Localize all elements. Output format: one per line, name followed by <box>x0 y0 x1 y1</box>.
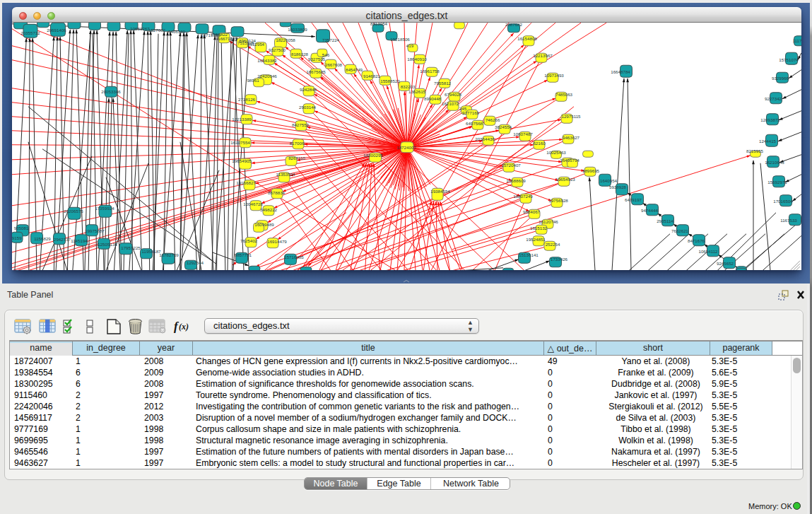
svg-text:16107554: 16107554 <box>230 139 250 144</box>
svg-text:17957225: 17957225 <box>121 245 141 250</box>
svg-text:(x): (x) <box>179 322 189 332</box>
svg-text:9327505: 9327505 <box>308 56 326 61</box>
svg-text:1527602: 1527602 <box>148 27 166 32</box>
svg-text:2935114: 2935114 <box>657 218 673 223</box>
svg-text:9899695: 9899695 <box>582 168 600 173</box>
svg-text:18807249: 18807249 <box>513 193 533 198</box>
svg-text:12213389: 12213389 <box>232 116 252 121</box>
svg-text:546: 546 <box>322 52 330 57</box>
svg-text:1117: 1117 <box>793 37 801 42</box>
svg-text:7625402: 7625402 <box>240 238 258 243</box>
svg-text:15588520: 15588520 <box>380 78 400 83</box>
svg-text:9777169: 9777169 <box>462 110 480 115</box>
svg-text:9474444: 9474444 <box>641 207 659 212</box>
svg-text:19756928: 19756928 <box>548 197 568 202</box>
svg-text:12213967: 12213967 <box>533 52 553 57</box>
svg-text:10688609: 10688609 <box>506 177 526 182</box>
svg-text:16961758: 16961758 <box>420 68 440 73</box>
svg-text:62160: 62160 <box>533 140 546 145</box>
svg-text:7563822: 7563822 <box>211 31 228 36</box>
svg-text:419: 419 <box>406 42 414 47</box>
svg-text:16648784: 16648784 <box>611 69 630 74</box>
svg-text:10973493: 10973493 <box>544 72 564 77</box>
svg-text:8912954: 8912954 <box>247 41 265 46</box>
svg-text:11958187: 11958187 <box>141 248 161 253</box>
svg-text:9242845: 9242845 <box>300 86 317 91</box>
svg-text:20206575: 20206575 <box>64 208 83 213</box>
svg-text:7632621: 7632621 <box>671 228 689 233</box>
svg-text:1621072: 1621072 <box>442 100 459 105</box>
svg-text:9884067: 9884067 <box>523 209 541 214</box>
svg-text:19384554: 19384554 <box>430 188 450 193</box>
svg-text:1167533: 1167533 <box>780 217 797 222</box>
svg-text:16099489: 16099489 <box>254 221 274 226</box>
svg-text:9857791: 9857791 <box>235 252 252 257</box>
svg-text:15692971: 15692971 <box>767 179 787 184</box>
svg-text:19218506: 19218506 <box>390 36 410 41</box>
svg-text:19524851: 19524851 <box>526 236 546 241</box>
svg-text:17359924: 17359924 <box>95 205 114 210</box>
svg-text:7955812: 7955812 <box>434 80 452 85</box>
svg-text:1615132: 1615132 <box>530 225 548 230</box>
svg-text:15720407: 15720407 <box>501 162 521 167</box>
svg-text:20691406: 20691406 <box>47 27 66 32</box>
svg-text:19654905: 19654905 <box>232 158 252 163</box>
svg-text:252254: 252254 <box>546 241 560 246</box>
svg-text:10025463: 10025463 <box>546 149 566 154</box>
svg-text:9463627: 9463627 <box>563 134 580 139</box>
svg-text:1156829: 1156829 <box>34 235 51 240</box>
svg-text:9329966: 9329966 <box>772 75 789 80</box>
svg-text:8215955: 8215955 <box>746 148 764 153</box>
svg-text:20053346: 20053346 <box>101 88 121 93</box>
svg-text:1145194: 1145194 <box>71 238 88 243</box>
svg-text:20355712: 20355712 <box>20 30 40 35</box>
svg-text:10654112: 10654112 <box>698 248 718 253</box>
svg-text:15751074: 15751074 <box>779 57 799 62</box>
svg-text:10807487: 10807487 <box>513 131 533 136</box>
svg-text:3498222: 3498222 <box>260 206 278 211</box>
svg-text:8471676: 8471676 <box>688 238 705 243</box>
svg-text:1733426: 1733426 <box>551 256 568 261</box>
svg-text:9245652: 9245652 <box>717 260 734 265</box>
svg-text:12975115: 12975115 <box>561 113 581 118</box>
svg-text:11353594: 11353594 <box>276 171 295 176</box>
svg-text:17016504: 17016504 <box>773 198 793 203</box>
svg-text:1244415: 1244415 <box>759 138 777 143</box>
svg-text:10046728: 10046728 <box>243 201 263 206</box>
svg-text:16210643: 16210643 <box>765 159 784 164</box>
svg-text:9146821: 9146821 <box>363 73 381 78</box>
svg-text:12093872: 12093872 <box>760 117 780 122</box>
svg-text:5938928: 5938928 <box>609 184 627 189</box>
svg-text:98961: 98961 <box>247 77 259 82</box>
svg-text:1640954: 1640954 <box>600 177 618 182</box>
svg-text:10653267: 10653267 <box>130 25 150 30</box>
svg-text:18640910: 18640910 <box>407 56 427 61</box>
svg-text:8186328: 8186328 <box>291 51 309 56</box>
svg-text:6479197: 6479197 <box>625 197 642 201</box>
svg-text:18724007: 18724007 <box>396 144 416 149</box>
svg-text:8454749: 8454749 <box>346 66 363 71</box>
svg-text:8813054: 8813054 <box>370 23 388 26</box>
svg-text:8990448: 8990448 <box>424 95 442 100</box>
svg-text:39159: 39159 <box>12 235 22 240</box>
svg-text:12505135: 12505135 <box>98 241 117 246</box>
svg-text:2903144: 2903144 <box>299 104 317 109</box>
svg-text:1292344: 1292344 <box>187 259 204 264</box>
svg-text:832203: 832203 <box>401 83 416 88</box>
svg-text:6794028: 6794028 <box>445 91 462 96</box>
svg-text:2942737: 2942737 <box>54 236 71 241</box>
svg-text:8267110: 8267110 <box>288 155 305 160</box>
svg-text:9227342: 9227342 <box>765 95 782 100</box>
svg-text:8427552: 8427552 <box>292 122 310 127</box>
svg-text:817006: 817006 <box>290 140 305 145</box>
svg-text:2667608: 2667608 <box>325 62 343 66</box>
svg-text:8678834: 8678834 <box>268 189 286 194</box>
svg-text:16671385: 16671385 <box>218 35 237 40</box>
svg-text:935081: 935081 <box>14 225 29 230</box>
svg-text:16033809: 16033809 <box>288 26 307 31</box>
svg-text:19975887: 19975887 <box>85 228 105 233</box>
svg-text:16120746: 16120746 <box>539 218 558 223</box>
svg-text:18675685: 18675685 <box>306 69 326 74</box>
svg-text:6497568: 6497568 <box>466 120 483 125</box>
svg-text:16543382: 16543382 <box>257 57 277 62</box>
